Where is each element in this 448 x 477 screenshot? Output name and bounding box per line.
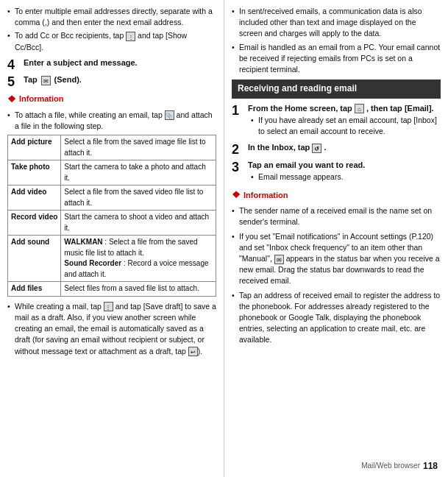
right-top-bullets: In sent/received emails, a communication… xyxy=(232,6,441,75)
table-cell-action: Add video xyxy=(8,186,61,211)
left-note: While creating a mail, tap ⋮ and tap [Sa… xyxy=(7,301,216,357)
section-header-label: Receiving and reading email xyxy=(238,83,357,93)
step-1-row: 1 From the Home screen, tap ⌂ , then tap… xyxy=(232,103,441,138)
diamond-icon-left: ❖ xyxy=(7,93,16,107)
step-4-row: 4 Enter a subject and message. xyxy=(7,57,216,71)
right-bullet-2: Email is handled as an email from a PC. … xyxy=(232,42,441,76)
left-top-bullets: To enter multiple email addresses direct… xyxy=(7,6,216,53)
step-1-sub: If you have already set an email account… xyxy=(248,115,441,137)
right-column: In sent/received emails, a communication… xyxy=(224,0,448,477)
footer-page: 118 xyxy=(423,460,438,473)
step-5-label: Tap xyxy=(24,75,38,84)
step-3-label: Tap an email you want to read. xyxy=(248,160,441,172)
attach-icon: 📎 xyxy=(165,110,174,120)
step-3-content: Tap an email you want to read. Email mes… xyxy=(248,160,441,184)
step-3-number: 3 xyxy=(232,160,248,174)
table-cell-desc: WALKMAN : Select a file from the saved m… xyxy=(61,236,216,282)
refresh-icon: ↺ xyxy=(312,144,321,153)
right-info-bullet-item: The sender name of a received email is t… xyxy=(232,205,441,227)
table-cell-action: Add files xyxy=(8,282,61,297)
table-row: Add pictureSelect a file from the saved … xyxy=(8,135,216,160)
table-cell-desc: Select a file from the saved video file … xyxy=(61,186,216,211)
home-icon: ⌂ xyxy=(355,104,364,113)
table-cell-desc: Select files from a saved file list to a… xyxy=(61,282,216,297)
step-5-icon-label: (Send). xyxy=(54,75,82,84)
left-info-header: ❖ Information xyxy=(7,93,216,107)
table-row: Add videoSelect a file from the saved vi… xyxy=(8,186,216,211)
section-header-receiving: Receiving and reading email xyxy=(232,80,441,98)
left-bullet-1: To enter multiple email addresses direct… xyxy=(7,6,216,28)
back-icon-note: ↩ xyxy=(188,347,198,356)
send-icon: ✉ xyxy=(41,76,51,85)
table-row: Add soundWALKMAN : Select a file from th… xyxy=(8,236,216,282)
right-info-bullets-container: The sender name of a received email is t… xyxy=(232,205,441,346)
attachment-table: Add pictureSelect a file from the saved … xyxy=(7,135,216,297)
table-cell-action: Take photo xyxy=(8,160,61,186)
table-cell-action: Add sound xyxy=(8,236,61,282)
email-notify-icon: ✉ xyxy=(274,255,284,264)
step-4-content: Enter a subject and message. xyxy=(24,57,216,69)
footer: Mail/Web browser 118 xyxy=(361,460,438,473)
left-column: To enter multiple email addresses direct… xyxy=(0,0,224,477)
table-row: Record videoStart the camera to shoot a … xyxy=(8,211,216,236)
step-3-sub: Email message appears. xyxy=(248,172,441,183)
right-bullet-1: In sent/received emails, a communication… xyxy=(232,6,441,40)
table-cell-desc: Select a file from the saved image file … xyxy=(61,135,216,160)
step-2-content: In the Inbox, tap ↺ . xyxy=(248,142,441,154)
step-5-number: 5 xyxy=(7,74,24,88)
step-4-number: 4 xyxy=(7,57,24,71)
right-info-bullet-item: Tap an address of received email to regi… xyxy=(232,290,441,346)
step-2-row: 2 In the Inbox, tap ↺ . xyxy=(232,142,441,156)
step-5-content: Tap ✉ (Send). xyxy=(24,74,216,86)
table-cell-action: Add picture xyxy=(8,135,61,160)
table-cell-desc: Start the camera to take a photo and att… xyxy=(61,160,216,186)
menu-icon-note: ⋮ xyxy=(104,302,113,311)
step-5-row: 5 Tap ✉ (Send). xyxy=(7,74,216,88)
left-info-bullet: To attach a file, while creating an emai… xyxy=(7,110,216,132)
cc-icon: ⋮ xyxy=(126,32,135,41)
right-info-bullet-item: If you set "Email notifications" in Acco… xyxy=(232,231,441,287)
diamond-icon-right: ❖ xyxy=(232,188,241,202)
step-4-label: Enter a subject and message. xyxy=(24,58,138,67)
table-row: Add filesSelect files from a saved file … xyxy=(8,282,216,297)
step-2-label: In the Inbox, tap ↺ . xyxy=(248,142,441,154)
table-cell-desc: Start the camera to shoot a video and at… xyxy=(61,211,216,236)
table-cell-action: Record video xyxy=(8,211,61,236)
step-1-content: From the Home screen, tap ⌂ , then tap [… xyxy=(248,103,441,138)
right-info-header: ❖ Information xyxy=(232,188,441,202)
table-row: Take photoStart the camera to take a pho… xyxy=(8,160,216,186)
left-bullet-2: To add Cc or Bcc recipients, tap ⋮ and t… xyxy=(7,30,216,52)
footer-label: Mail/Web browser xyxy=(361,461,420,472)
step-1-number: 1 xyxy=(232,103,248,117)
right-info-header-label: Information xyxy=(243,190,288,202)
step-2-number: 2 xyxy=(232,142,248,156)
step-1-label: From the Home screen, tap ⌂ , then tap [… xyxy=(248,103,441,115)
left-info-header-label: Information xyxy=(19,93,64,105)
step-3-row: 3 Tap an email you want to read. Email m… xyxy=(232,160,441,184)
